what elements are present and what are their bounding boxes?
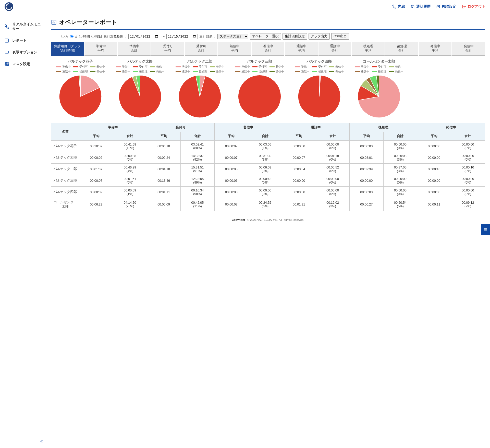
cell-value: 00:01:11 <box>147 186 180 198</box>
legend-swatch <box>389 71 394 72</box>
cell-value: 00:00:00 <box>350 175 383 186</box>
target-select[interactable]: ステータス集計 <box>217 34 248 39</box>
chart-card: コールセンター太郎準備中受付可着信中通話中後処理発信中 <box>350 59 408 118</box>
cell-value: 00:01:31 <box>282 198 316 211</box>
cell-value: 00:00:00 <box>417 175 451 186</box>
cell-value: 00:00:00(0%) <box>451 152 485 163</box>
date-from-input[interactable] <box>128 34 160 39</box>
tab-9[interactable]: 後処理平均 <box>352 42 385 56</box>
chart-legend: 準備中受付可着信中通話中後処理発信中 <box>230 65 289 74</box>
radio-day[interactable]: 日 <box>70 34 78 39</box>
col-sub-header: 平均 <box>79 132 113 140</box>
cell-value: 00:06:23 <box>79 198 113 211</box>
target-label: 集計対象： <box>199 34 216 39</box>
legend-swatch <box>56 71 61 72</box>
cell-value: 00:12:02(3%) <box>316 198 349 211</box>
sidebar-item-master[interactable]: マスタ設定 <box>0 58 46 70</box>
legend-swatch <box>73 66 78 67</box>
legend-item: 通話中 <box>116 70 130 74</box>
legend-item: 着信中 <box>270 65 284 69</box>
cell-value: 00:00:42(0%) <box>248 175 282 186</box>
legend-item: 準備中 <box>56 65 71 69</box>
legend-label: 準備中 <box>182 65 190 69</box>
tab-1[interactable]: 準備中平均 <box>84 42 117 56</box>
title-underline <box>51 29 485 30</box>
table-row: コールセンター太郎00:06:2304:14:50(70%)00:00:0900… <box>51 198 485 211</box>
pie-chart <box>350 75 408 118</box>
cell-value: 00:02:39 <box>350 163 383 175</box>
radio-weekday[interactable]: 曜日 <box>91 34 102 39</box>
cell-value: 00:00:00 <box>282 140 316 152</box>
legend-label: 後処理 <box>199 70 207 74</box>
tab-2[interactable]: 準備中合計 <box>118 42 151 56</box>
tab-8[interactable]: 通話中合計 <box>318 42 351 56</box>
period-label: 集計対象期間： <box>104 34 127 39</box>
tab-0[interactable]: 集計項目円グラフ(合計時間) <box>51 42 84 56</box>
table-row: バルテック二郎00:01:3700:46:29(4%)00:04:1815:31… <box>51 163 485 175</box>
phone-icon <box>392 5 396 9</box>
pie-chart <box>51 75 110 118</box>
legend-swatch <box>193 66 198 67</box>
tab-10[interactable]: 後処理合計 <box>385 42 418 56</box>
legend-swatch <box>329 66 334 67</box>
tab-5[interactable]: 着信中平均 <box>218 42 251 56</box>
charts-grid: バルテック花子準備中受付可着信中通話中後処理発信中バルテック太郎準備中受付可着信… <box>51 59 485 118</box>
copyright: Copyright © 2023 VALTEC JAPAN. All Right… <box>51 218 485 221</box>
legend-item: 後処理 <box>73 70 88 74</box>
legend-swatch <box>116 66 121 67</box>
cell-name: バルテック四郎 <box>51 186 79 198</box>
chart-title: コールセンター太郎 <box>350 59 408 64</box>
cell-value: 00:00:11 <box>417 198 451 211</box>
cell-value: 00:00:52(0%) <box>316 163 349 175</box>
nav-naisen[interactable]: 内線 <box>392 4 405 9</box>
legend-label: 準備中 <box>241 65 250 69</box>
legend-item: 通話中 <box>235 70 250 74</box>
tab-6[interactable]: 着信中合計 <box>252 42 284 56</box>
sidebar-item-realtime[interactable]: リアルタイムモニター <box>0 18 46 35</box>
table-row: バルテック太郎00:00:0200:00:38(0%)00:02:2414:33… <box>51 152 485 163</box>
chart-legend: 準備中受付可着信中通話中後処理発信中 <box>51 65 110 74</box>
radio-hour[interactable]: 時間 <box>79 34 90 39</box>
item-settings-button[interactable]: 集計項目設定 <box>283 33 307 40</box>
nav-logout[interactable]: ログアウト <box>462 4 485 9</box>
operator-select-button[interactable]: オペレーター選択 <box>250 33 281 40</box>
display-options-icon <box>5 50 9 55</box>
cell-value: 00:37:05(3%) <box>383 163 417 175</box>
cell-value: 00:00:00(0%) <box>316 140 349 152</box>
csv-output-button[interactable]: CSV出力 <box>331 33 349 40</box>
legend-swatch <box>270 71 275 72</box>
legend-label: 準備中 <box>122 65 130 69</box>
legend-item: 発信中 <box>389 70 403 74</box>
tab-12[interactable]: 発信中合計 <box>452 42 485 56</box>
radio-month[interactable]: 月 <box>61 34 69 39</box>
nav-history[interactable]: 通話履歴 <box>411 4 431 9</box>
header-nav: 内線 通話履歴 PBX設定 ログアウト <box>392 4 485 9</box>
legend-label: 後処理 <box>139 70 148 74</box>
cell-value: 14:33:37(92%) <box>181 152 214 163</box>
chart-card: バルテック花子準備中受付可着信中通話中後処理発信中 <box>51 59 110 118</box>
sidebar-item-display[interactable]: 表示オプション <box>0 46 46 58</box>
sidebar-item-report[interactable]: レポート <box>0 35 46 46</box>
legend-item: 発信中 <box>150 70 165 74</box>
tab-11[interactable]: 発信中平均 <box>419 42 451 56</box>
cell-value: 00:24:52(6%) <box>248 198 282 211</box>
nav-pbx[interactable]: PBX設定 <box>436 4 456 9</box>
tab-3[interactable]: 受付可平均 <box>151 42 184 56</box>
legend-label: 発信中 <box>335 70 344 74</box>
nav-label: PBX設定 <box>442 4 456 9</box>
legend-swatch <box>252 71 258 72</box>
graph-output-button[interactable]: グラフ出力 <box>309 33 330 40</box>
chart-card: バルテック二郎準備中受付可着信中通話中後処理発信中 <box>170 59 229 118</box>
side-drawer-toggle[interactable] <box>481 224 490 235</box>
tab-7[interactable]: 通話中平均 <box>285 42 318 56</box>
cell-value: 00:00:00 <box>282 175 316 186</box>
col-sub-header: 平均 <box>214 132 248 140</box>
cell-value: 00:00:09(1%) <box>113 186 147 198</box>
settings-square-icon <box>436 5 440 9</box>
tab-4[interactable]: 受付可合計 <box>185 42 217 56</box>
legend-swatch <box>133 71 138 72</box>
legend-item: 着信中 <box>389 65 403 69</box>
cell-value: 00:41:58(18%) <box>113 140 147 152</box>
sidebar-collapse-button[interactable]: « <box>40 439 43 444</box>
date-to-input[interactable] <box>166 34 198 39</box>
